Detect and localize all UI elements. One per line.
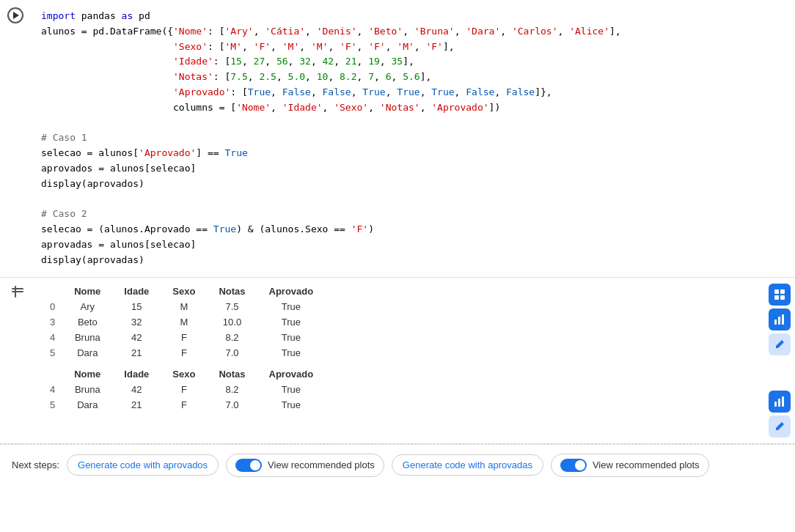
cell-idade: 42 bbox=[112, 330, 161, 345]
table-row: 4 Bruna 42 F 8.2 True bbox=[38, 330, 325, 345]
cell-sexo: M bbox=[161, 314, 207, 330]
edit-button-2[interactable] bbox=[769, 415, 791, 437]
output-tables: Nome Idade Sexo Notas Aprovado 0 Ary 15 … bbox=[35, 278, 764, 443]
cell-nome: Dara bbox=[62, 345, 112, 361]
svg-rect-5 bbox=[774, 295, 779, 300]
table-row: 5 Dara 21 F 7.0 True bbox=[38, 397, 325, 413]
generate-code-aprovados-button[interactable]: Generate code with aprovados bbox=[67, 454, 219, 476]
row-index: 4 bbox=[38, 330, 62, 345]
svg-rect-3 bbox=[774, 289, 779, 294]
cell-notas: 7.0 bbox=[207, 345, 257, 361]
cell-aprovado: True bbox=[257, 299, 326, 314]
cell-nome: Bruna bbox=[62, 382, 112, 397]
row-index: 5 bbox=[38, 397, 62, 413]
view-plots-label-2: View recommended plots bbox=[593, 459, 700, 470]
svg-rect-4 bbox=[780, 289, 785, 294]
col-sexo-header2: Sexo bbox=[161, 366, 207, 382]
table-aprovados: Nome Idade Sexo Notas Aprovado 0 Ary 15 … bbox=[38, 284, 325, 361]
cell-notas: 8.2 bbox=[207, 382, 257, 397]
svg-rect-6 bbox=[780, 295, 785, 300]
table-view-button-1[interactable] bbox=[769, 284, 791, 306]
table-row: 0 Ary 15 M 7.5 True bbox=[38, 299, 325, 314]
svg-rect-1 bbox=[12, 291, 23, 292]
cell-nome: Dara bbox=[62, 397, 112, 413]
run-button[interactable] bbox=[7, 7, 23, 23]
cell-aprovado: True bbox=[257, 345, 326, 361]
row-index: 4 bbox=[38, 382, 62, 397]
col-index-header bbox=[38, 284, 62, 299]
output-icon-col bbox=[0, 278, 35, 443]
row-index: 5 bbox=[38, 345, 62, 361]
table-row: 5 Dara 21 F 7.0 True bbox=[38, 345, 325, 361]
cell-sexo: F bbox=[161, 345, 207, 361]
cell-notas: 8.2 bbox=[207, 330, 257, 345]
col-idade-header2: Idade bbox=[112, 366, 161, 382]
cell-notas: 7.0 bbox=[207, 397, 257, 413]
cell-aprovado: True bbox=[257, 397, 326, 413]
plot-toggle-icon-1 bbox=[235, 459, 262, 472]
cell-sexo: F bbox=[161, 382, 207, 397]
output-expand-icon[interactable] bbox=[10, 284, 26, 300]
col-idade-header: Idade bbox=[112, 284, 161, 299]
view-recommended-plots-aprovadas-button[interactable]: View recommended plots bbox=[551, 454, 709, 477]
table-aprovadas: Nome Idade Sexo Notas Aprovado 4 Bruna 4… bbox=[38, 366, 325, 413]
edit-button-1[interactable] bbox=[769, 333, 791, 355]
cell-idade: 21 bbox=[112, 397, 161, 413]
code-section: import pandas as pd alunos = pd.DataFram… bbox=[0, 0, 795, 278]
row-index: 3 bbox=[38, 314, 62, 330]
col-notas-header: Notas bbox=[207, 284, 257, 299]
view-recommended-plots-aprovados-button[interactable]: View recommended plots bbox=[226, 454, 384, 477]
cell-idade: 42 bbox=[112, 382, 161, 397]
svg-rect-10 bbox=[774, 402, 777, 407]
svg-rect-12 bbox=[782, 396, 784, 407]
col-aprovado-header: Aprovado bbox=[257, 284, 326, 299]
chart-button-1[interactable] bbox=[769, 309, 791, 330]
cell-nome: Beto bbox=[62, 314, 112, 330]
cell-sexo: M bbox=[161, 299, 207, 314]
cell-aprovado: True bbox=[257, 382, 326, 397]
cell-idade: 15 bbox=[112, 299, 161, 314]
row-index: 0 bbox=[38, 299, 62, 314]
svg-rect-8 bbox=[778, 317, 780, 325]
col-sexo-header: Sexo bbox=[161, 284, 207, 299]
cell-aprovado: True bbox=[257, 330, 326, 345]
svg-rect-2 bbox=[15, 286, 16, 298]
cell-idade: 32 bbox=[112, 314, 161, 330]
col-notas-header2: Notas bbox=[207, 366, 257, 382]
code-block: import pandas as pd alunos = pd.DataFram… bbox=[35, 6, 795, 271]
col-index-header2 bbox=[38, 366, 62, 382]
svg-rect-7 bbox=[774, 319, 777, 325]
svg-rect-11 bbox=[778, 399, 780, 407]
output-section: Nome Idade Sexo Notas Aprovado 0 Ary 15 … bbox=[0, 278, 795, 444]
next-steps-footer: Next steps: Generate code with aprovados… bbox=[0, 444, 795, 486]
cell-aprovado: True bbox=[257, 314, 326, 330]
col-aprovado-header2: Aprovado bbox=[257, 366, 326, 382]
cell-nome: Ary bbox=[62, 299, 112, 314]
table-row: 4 Bruna 42 F 8.2 True bbox=[38, 382, 325, 397]
cell-nome: Bruna bbox=[62, 330, 112, 345]
cell-idade: 21 bbox=[112, 345, 161, 361]
cell-sexo: F bbox=[161, 397, 207, 413]
generate-code-aprovadas-button[interactable]: Generate code with aprovadas bbox=[392, 454, 543, 476]
cell-sexo: F bbox=[161, 330, 207, 345]
cell-notas: 10.0 bbox=[207, 314, 257, 330]
cell-notas: 7.5 bbox=[207, 299, 257, 314]
svg-rect-9 bbox=[782, 314, 784, 325]
svg-rect-0 bbox=[12, 288, 23, 289]
next-steps-label: Next steps: bbox=[12, 459, 59, 470]
table-row: 3 Beto 32 M 10.0 True bbox=[38, 314, 325, 330]
view-plots-label-1: View recommended plots bbox=[268, 459, 375, 470]
col-nome-header: Nome bbox=[62, 284, 112, 299]
col-nome-header2: Nome bbox=[62, 366, 112, 382]
chart-button-2[interactable] bbox=[769, 391, 791, 413]
output-actions bbox=[764, 278, 795, 443]
plot-toggle-icon-2 bbox=[560, 459, 587, 472]
